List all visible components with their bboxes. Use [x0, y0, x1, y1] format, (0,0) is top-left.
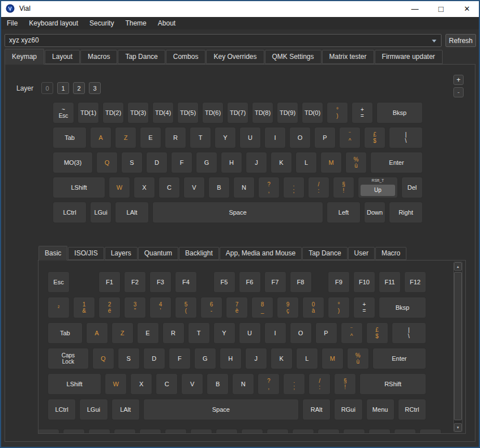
key-stub[interactable]	[63, 429, 85, 434]
key-rsft-t-up[interactable]: RSft_TUp	[358, 177, 398, 198]
key-stub[interactable]	[292, 429, 314, 434]
key-b[interactable]: B	[207, 373, 229, 395]
key-bksp[interactable]: Bksp	[379, 297, 426, 318]
key-question-comma[interactable]: ?,	[258, 177, 280, 198]
key-lshift[interactable]: LShift	[48, 373, 101, 395]
menu-security[interactable]: Security	[84, 17, 119, 29]
tab-firmware-updater[interactable]: Firmware updater	[375, 50, 443, 64]
refresh-button[interactable]: Refresh	[445, 34, 476, 47]
key-s[interactable]: S	[118, 348, 140, 369]
key-k[interactable]: K	[271, 348, 293, 369]
key-stub[interactable]	[419, 429, 442, 434]
key-d[interactable]: D	[146, 152, 168, 173]
key-g[interactable]: G	[194, 348, 216, 369]
key-f3[interactable]: F3	[149, 271, 172, 293]
key-caps-lock[interactable]: CapsLock	[48, 348, 89, 369]
key-7-egrave[interactable]: 7è	[226, 297, 248, 318]
key-h[interactable]: H	[221, 152, 242, 173]
key-degree-rparen[interactable]: °)	[328, 297, 350, 318]
key-x[interactable]: X	[134, 177, 155, 198]
key-z[interactable]: Z	[115, 127, 136, 148]
key-td-5[interactable]: TD(5)	[177, 102, 199, 123]
key-a[interactable]: A	[90, 127, 112, 148]
key-u[interactable]: U	[239, 127, 261, 148]
key-1-ampersand[interactable]: 1&	[73, 297, 95, 318]
tab-key-overrides[interactable]: Key Overrides	[206, 50, 264, 64]
key-td-1[interactable]: TD(1)	[78, 102, 99, 123]
key-plus-equals[interactable]: +=	[352, 102, 373, 123]
key-f10[interactable]: F10	[353, 271, 375, 293]
key-stub[interactable]	[241, 429, 263, 434]
key-diaeresis-circumflex[interactable]: ¨^	[341, 322, 363, 344]
key-stub[interactable]	[38, 429, 59, 434]
key-percent-ugrave[interactable]: %ù	[345, 152, 367, 173]
key-period-semicolon[interactable]: .;	[283, 177, 305, 198]
key-6-minus[interactable]: 6-	[200, 297, 222, 318]
key-e[interactable]: E	[137, 322, 159, 344]
key-td-8[interactable]: TD(8)	[252, 102, 273, 123]
key-e[interactable]: E	[140, 127, 161, 148]
picker-tab-macro[interactable]: Macro	[375, 247, 406, 260]
key-mo-3[interactable]: MO(3)	[53, 152, 93, 173]
picker-tab-tap-dance[interactable]: Tap Dance	[302, 247, 347, 260]
key-p[interactable]: P	[315, 322, 337, 344]
key-t[interactable]: T	[188, 322, 210, 344]
key-bksp[interactable]: Bksp	[376, 102, 423, 123]
key-rshift[interactable]: RShift	[359, 373, 426, 395]
device-select[interactable]: xyz xyz60	[5, 34, 442, 47]
key-rctrl[interactable]: RCtrl	[398, 399, 426, 420]
key-t[interactable]: T	[190, 127, 211, 148]
picker-tab-user[interactable]: User	[348, 247, 375, 260]
key-f9[interactable]: F9	[328, 271, 350, 293]
key-menu[interactable]: Menu	[366, 399, 395, 420]
key-stub[interactable]	[368, 429, 391, 434]
tab-qmk-settings[interactable]: QMK Settings	[265, 50, 322, 64]
key-percent-ugrave[interactable]: %ù	[347, 348, 369, 369]
key-f4[interactable]: F4	[175, 271, 197, 293]
key-f12[interactable]: F12	[404, 271, 426, 293]
picker-tab-app-media-mouse[interactable]: App, Media and Mouse	[220, 247, 302, 260]
key-down[interactable]: Down	[364, 202, 385, 223]
scrollbar-thumb[interactable]	[454, 272, 462, 420]
key-n[interactable]: N	[232, 373, 254, 395]
key-u[interactable]: U	[239, 322, 261, 344]
scroll-down-button[interactable]: ▼	[454, 423, 462, 432]
key-ralt[interactable]: RAlt	[302, 399, 331, 420]
key-pound-dollar[interactable]: £$	[364, 127, 385, 148]
key-td-0[interactable]: TD(0)	[302, 102, 323, 123]
key-f8[interactable]: F8	[290, 271, 312, 293]
key-stub[interactable]	[343, 429, 365, 434]
key-p[interactable]: P	[314, 127, 336, 148]
key-y[interactable]: Y	[213, 322, 235, 344]
picker-scrollbar[interactable]: ▲ ▼	[453, 262, 462, 432]
key-td-3[interactable]: TD(3)	[127, 102, 149, 123]
key-plus-equals[interactable]: +=	[353, 297, 375, 318]
key-lgui[interactable]: LGui	[79, 399, 108, 420]
menu-keyboard-layout[interactable]: Keyboard layout	[23, 17, 84, 29]
key-rgui[interactable]: RGui	[334, 399, 362, 420]
key-d[interactable]: D	[143, 348, 165, 369]
key-b[interactable]: B	[208, 177, 230, 198]
key-space[interactable]: Space	[152, 202, 323, 223]
key-tab[interactable]: Tab	[53, 127, 87, 148]
key-j[interactable]: J	[245, 348, 267, 369]
key-enter[interactable]: Enter	[370, 152, 423, 173]
key-z[interactable]: Z	[112, 322, 134, 344]
scroll-up-button[interactable]: ▲	[454, 262, 462, 271]
key-superscript-two[interactable]: ²	[48, 297, 70, 318]
key-td-6[interactable]: TD(6)	[202, 102, 224, 123]
key-lctrl[interactable]: LCtrl	[53, 202, 87, 223]
key-3-quote[interactable]: 3"	[124, 297, 146, 318]
key-q[interactable]: Q	[92, 348, 114, 369]
key-stub[interactable]	[114, 429, 136, 434]
minimize-button[interactable]: —	[402, 0, 428, 17]
key-f2[interactable]: F2	[124, 271, 146, 293]
key-k[interactable]: K	[271, 152, 292, 173]
key-space[interactable]: Space	[143, 399, 299, 420]
key-v[interactable]: V	[181, 373, 203, 395]
key-question-comma[interactable]: ?,	[258, 373, 280, 395]
key-4-apostrophe[interactable]: 4'	[149, 297, 172, 318]
menu-file[interactable]: File	[1, 17, 23, 29]
key-g[interactable]: G	[196, 152, 217, 173]
key-2-eacute[interactable]: 2é	[98, 297, 121, 318]
